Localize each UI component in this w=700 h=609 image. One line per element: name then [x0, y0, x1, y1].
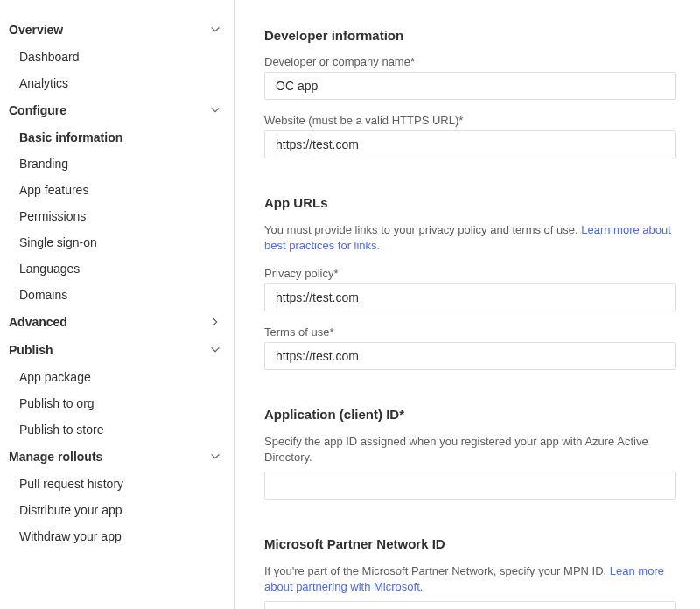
nav-group-label: Configure — [9, 103, 66, 117]
nav-item-permissions[interactable]: Permissions — [0, 203, 234, 229]
nav-item-basic-information[interactable]: Basic information — [0, 124, 234, 150]
chevron-down-icon — [209, 104, 221, 116]
developer-name-input[interactable] — [264, 72, 676, 100]
app-urls-help-text: You must provide links to your privacy p… — [264, 223, 581, 236]
developer-name-label: Developer or company name* — [264, 55, 676, 68]
nav-group-publish[interactable]: Publish — [0, 336, 234, 364]
client-id-input[interactable] — [264, 472, 676, 500]
nav-item-publish-to-org[interactable]: Publish to org — [0, 390, 234, 416]
nav-group-label: Advanced — [9, 315, 67, 329]
app-urls-help: You must provide links to your privacy p… — [264, 222, 676, 253]
developer-info-section: Developer information Developer or compa… — [264, 28, 676, 158]
website-label: Website (must be a valid HTTPS URL)* — [264, 114, 676, 127]
chevron-right-icon — [209, 316, 221, 328]
nav-item-languages[interactable]: Languages — [0, 256, 234, 282]
privacy-policy-label: Privacy policy* — [264, 267, 676, 280]
app-urls-title: App URLs — [264, 195, 676, 210]
client-id-title: Application (client) ID* — [264, 407, 676, 422]
nav-item-app-features[interactable]: App features — [0, 177, 234, 203]
nav-item-branding[interactable]: Branding — [0, 150, 234, 177]
website-input[interactable] — [264, 130, 676, 158]
sidebar: OverviewDashboardAnalyticsConfigureBasic… — [0, 0, 234, 609]
client-id-section: Application (client) ID* Specify the app… — [264, 407, 676, 500]
nav-group-label: Overview — [9, 23, 63, 37]
chevron-down-icon — [209, 344, 221, 356]
mpn-help-text: If you're part of the Microsoft Partner … — [264, 564, 610, 578]
mpn-title: Microsoft Partner Network ID — [264, 536, 676, 551]
mpn-input[interactable] — [264, 601, 676, 609]
nav-group-manage-rollouts[interactable]: Manage rollouts — [0, 443, 234, 471]
app-urls-section: App URLs You must provide links to your … — [264, 195, 676, 370]
nav-item-distribute-your-app[interactable]: Distribute your app — [0, 497, 234, 523]
nav-group-label: Manage rollouts — [9, 450, 102, 464]
terms-of-use-input[interactable] — [264, 342, 676, 370]
nav-item-publish-to-store[interactable]: Publish to store — [0, 416, 234, 443]
mpn-help: If you're part of the Microsoft Partner … — [264, 564, 676, 594]
terms-of-use-label: Terms of use* — [264, 326, 676, 339]
privacy-policy-input[interactable] — [264, 284, 676, 312]
nav-item-domains[interactable]: Domains — [0, 282, 234, 308]
chevron-down-icon — [209, 24, 221, 36]
nav-item-analytics[interactable]: Analytics — [0, 70, 234, 96]
nav-group-configure[interactable]: Configure — [0, 96, 234, 124]
nav-item-single-sign-on[interactable]: Single sign-on — [0, 229, 234, 256]
chevron-down-icon — [209, 451, 221, 463]
nav-item-pull-request-history[interactable]: Pull request history — [0, 471, 234, 497]
nav-item-app-package[interactable]: App package — [0, 364, 234, 390]
nav-group-label: Publish — [9, 343, 53, 357]
nav-item-withdraw-your-app[interactable]: Withdraw your app — [0, 523, 234, 550]
main-content: Developer information Developer or compa… — [234, 0, 700, 609]
developer-info-title: Developer information — [264, 28, 676, 43]
mpn-section: Microsoft Partner Network ID If you're p… — [264, 536, 676, 609]
nav-group-advanced[interactable]: Advanced — [0, 308, 234, 336]
nav-item-dashboard[interactable]: Dashboard — [0, 44, 234, 70]
nav-group-overview[interactable]: Overview — [0, 16, 234, 44]
client-id-help: Specify the app ID assigned when you reg… — [264, 434, 676, 465]
